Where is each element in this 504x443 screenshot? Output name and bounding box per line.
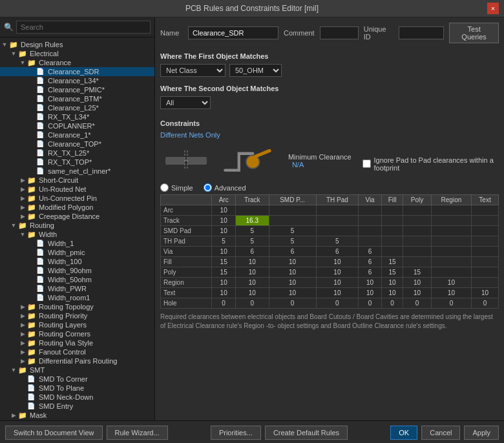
cell-1-6[interactable]: [403, 216, 432, 226]
cell-1-0[interactable]: 10: [212, 216, 236, 226]
tree-item-width-1[interactable]: 📄Width_1: [0, 239, 154, 248]
net-value-select[interactable]: 50_OHM 100_OHM Default: [229, 64, 282, 77]
ignore-pad-checkbox[interactable]: [362, 160, 371, 168]
tree-arrow-mask[interactable]: ▶: [9, 412, 18, 418]
tree-arrow-routing-topology[interactable]: ▶: [18, 304, 27, 310]
tree-item-un-routed-net[interactable]: ▶📁Un-Routed Net: [0, 185, 154, 194]
tree-arrow-routing-priority[interactable]: ▶: [18, 313, 27, 319]
tree-item-width[interactable]: ▼📁Width: [0, 230, 154, 239]
tree-arrow-design-rules[interactable]: ▼: [0, 41, 9, 48]
tree-arrow-clearance[interactable]: ▼: [18, 59, 27, 66]
cell-2-4[interactable]: [359, 226, 382, 236]
tree-arrow-electrical[interactable]: ▼: [9, 50, 18, 57]
cell-5-8[interactable]: [472, 257, 499, 267]
cell-9-7[interactable]: 0: [431, 298, 471, 309]
cell-0-4[interactable]: [359, 205, 382, 216]
tree-item-clearance-pmic[interactable]: 📄Clearance_PMIC*: [0, 85, 154, 94]
tree-arrow-creepage-distance[interactable]: ▶: [18, 213, 27, 220]
advanced-radio-label[interactable]: Advanced: [204, 183, 246, 192]
tree-item-routing-layers[interactable]: ▶📁Routing Layers: [0, 320, 154, 329]
tree-item-width-room1[interactable]: 📄Width_room1: [0, 293, 154, 302]
cell-7-2[interactable]: 10: [269, 278, 316, 288]
tree-item-clearance-l25[interactable]: 📄Clearance_L25*: [0, 103, 154, 112]
cell-6-1[interactable]: 10: [236, 267, 269, 278]
cell-4-2[interactable]: 6: [269, 247, 316, 257]
cell-1-4[interactable]: [359, 216, 382, 226]
tree-item-smt[interactable]: ▼📁SMT: [0, 366, 154, 375]
tree-item-electrical[interactable]: ▼📁Electrical: [0, 49, 154, 58]
tree-item-clearance-l34[interactable]: 📄Clearance_L34*: [0, 76, 154, 85]
cell-5-3[interactable]: 10: [316, 257, 359, 267]
tree-item-clearance-top[interactable]: 📄Clearance_TOP*: [0, 139, 154, 149]
cell-0-6[interactable]: [403, 205, 432, 216]
tree-item-creepage-distance[interactable]: ▶📁Creepage Distance: [0, 212, 154, 221]
tree-item-smd-entry[interactable]: 📄SMD Entry: [0, 402, 154, 411]
cell-3-1[interactable]: 5: [236, 236, 269, 247]
tree-arrow-smt[interactable]: ▼: [9, 367, 18, 373]
tree-item-smt-to-corner[interactable]: 📄SMD To Corner: [0, 375, 154, 384]
tree-item-diff-pairs-routing[interactable]: ▶📁Differential Pairs Routing: [0, 356, 154, 366]
cell-8-2[interactable]: 10: [269, 288, 316, 298]
comment-input[interactable]: [320, 26, 359, 39]
cell-9-5[interactable]: 0: [381, 298, 403, 309]
tree-arrow-un-routed-net[interactable]: ▶: [18, 186, 27, 192]
search-input[interactable]: [16, 21, 151, 34]
cell-8-7[interactable]: 10: [431, 288, 471, 298]
cell-1-5[interactable]: [381, 216, 403, 226]
close-button[interactable]: ×: [487, 3, 499, 14]
cell-4-1[interactable]: 6: [236, 247, 269, 257]
cell-8-5[interactable]: 10: [381, 288, 403, 298]
cell-7-5[interactable]: 10: [381, 278, 403, 288]
tree-item-rx-tx-l25[interactable]: 📄RX_TX_L25*: [0, 149, 154, 158]
cell-0-1[interactable]: [236, 205, 269, 216]
tree-item-clearance-1[interactable]: 📄Clearance_1*: [0, 130, 154, 139]
switch-to-doc-view-button[interactable]: Switch to Document View: [5, 426, 103, 440]
cell-7-4[interactable]: 10: [359, 278, 382, 288]
tree-arrow-short-circuit[interactable]: ▶: [18, 177, 27, 183]
tree-item-fanout-control[interactable]: ▶📁Fanout Control: [0, 347, 154, 356]
cell-9-4[interactable]: 0: [359, 298, 382, 309]
cell-1-2[interactable]: [269, 216, 316, 226]
cell-7-1[interactable]: 10: [236, 278, 269, 288]
cell-0-2[interactable]: [269, 205, 316, 216]
cell-7-3[interactable]: 10: [316, 278, 359, 288]
tree-item-smt-to-plane[interactable]: 📄SMD To Plane: [0, 384, 154, 393]
cell-5-5[interactable]: 15: [381, 257, 403, 267]
tree-item-routing[interactable]: ▼📁Routing: [0, 221, 154, 230]
simple-radio[interactable]: [160, 183, 169, 192]
cell-1-7[interactable]: [431, 216, 471, 226]
priorities-button[interactable]: Priorities...: [211, 426, 261, 440]
cell-2-6[interactable]: [403, 226, 432, 236]
tree-item-mask[interactable]: ▶📁Mask: [0, 411, 154, 420]
cell-6-5[interactable]: 15: [381, 267, 403, 278]
cell-3-8[interactable]: [472, 236, 499, 247]
cell-4-4[interactable]: 6: [359, 247, 382, 257]
cell-9-3[interactable]: 0: [316, 298, 359, 309]
tree-arrow-width[interactable]: ▼: [18, 231, 27, 238]
tree-item-width-pwr[interactable]: 📄Width_PWR: [0, 284, 154, 293]
tree-arrow-fanout-control[interactable]: ▶: [18, 349, 27, 355]
unique-id-input[interactable]: [399, 26, 444, 39]
name-input[interactable]: [188, 26, 278, 39]
cell-0-8[interactable]: [472, 205, 499, 216]
cell-8-4[interactable]: 10: [359, 288, 382, 298]
cell-6-2[interactable]: 10: [269, 267, 316, 278]
cell-6-6[interactable]: 15: [403, 267, 432, 278]
tree-item-smd-neck-down[interactable]: 📄SMD Neck-Down: [0, 393, 154, 402]
tree-item-width-50ohm[interactable]: 📄Width_50ohm: [0, 275, 154, 284]
tree-arrow-routing-corners[interactable]: ▶: [18, 331, 27, 337]
cell-6-4[interactable]: 6: [359, 267, 382, 278]
cell-9-2[interactable]: 0: [269, 298, 316, 309]
cell-0-0[interactable]: 10: [212, 205, 236, 216]
cell-6-7[interactable]: [431, 267, 471, 278]
cell-4-0[interactable]: 10: [212, 247, 236, 257]
tree-item-routing-corners[interactable]: ▶📁Routing Corners: [0, 329, 154, 338]
cell-3-6[interactable]: [403, 236, 432, 247]
cell-8-3[interactable]: 10: [316, 288, 359, 298]
tree-item-width-pmic[interactable]: 📄Width_pmic: [0, 248, 154, 257]
cell-7-8[interactable]: [472, 278, 499, 288]
tree-item-clearance-btm[interactable]: 📄Clearance_BTM*: [0, 94, 154, 103]
cell-3-2[interactable]: 5: [269, 236, 316, 247]
cell-5-7[interactable]: [431, 257, 471, 267]
cell-9-1[interactable]: 0: [236, 298, 269, 309]
